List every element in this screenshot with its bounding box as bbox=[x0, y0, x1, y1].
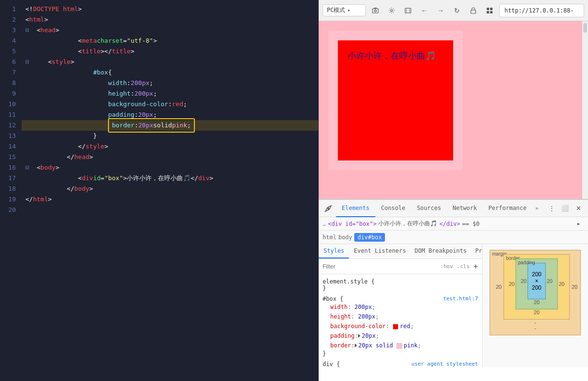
svg-rect-4 bbox=[405, 8, 411, 13]
pseudo-filter[interactable]: :hov bbox=[440, 263, 453, 270]
bm-border-row: 20 padding 20 bbox=[508, 258, 565, 309]
dom-breadcrumb: … <div id="box"> 小许小许，在哼小曲🎵 </div> == $0… bbox=[319, 217, 588, 231]
dom-expand-button[interactable]: ▸ bbox=[573, 218, 584, 230]
style-prop-height: height: 200px; bbox=[323, 312, 478, 321]
screenshot-button[interactable] bbox=[369, 4, 382, 17]
content-size: 200 × 200 bbox=[532, 271, 541, 291]
gear-icon bbox=[388, 7, 395, 14]
tab-elements[interactable]: Elements bbox=[336, 200, 375, 217]
line-num-18: 18 bbox=[0, 184, 16, 194]
element-style-close: } bbox=[323, 285, 478, 292]
code-line-20 bbox=[22, 205, 318, 215]
chevron-down-icon: ▾ bbox=[347, 8, 350, 13]
style-prop-bgcolor: background-color: red; bbox=[323, 321, 478, 331]
margin-right: 20 bbox=[570, 284, 579, 290]
style-prop-padding: padding:20px; bbox=[323, 331, 478, 341]
border-bottom-val: 20 bbox=[508, 309, 565, 315]
devtools-tabs: Elements Console Sources Network Perform… bbox=[336, 200, 541, 217]
tab-event-listeners[interactable]: Event Listeners bbox=[349, 244, 410, 258]
line-num-4: 4 bbox=[0, 36, 16, 46]
scrollbar-right[interactable] bbox=[582, 21, 588, 199]
line-num-6: 6 bbox=[0, 57, 16, 67]
back-icon: ← bbox=[421, 7, 428, 14]
elem-body-tag[interactable]: body bbox=[338, 234, 352, 241]
code-content[interactable]: <!DOCTYPE html> <html> ⊟ <head> <meta ch… bbox=[22, 0, 318, 381]
code-line-15: </head> bbox=[22, 152, 318, 162]
padding-triangle[interactable] bbox=[358, 334, 360, 338]
preview-text: 小许小许，在哼小曲🎵 bbox=[348, 50, 436, 61]
tab-sources[interactable]: Sources bbox=[411, 200, 447, 217]
grid-icon bbox=[486, 7, 493, 14]
padding-label: padding bbox=[518, 260, 535, 265]
refresh-button[interactable]: ↻ bbox=[450, 4, 464, 17]
tab-properties[interactable]: Properties bbox=[470, 244, 482, 258]
close-devtools-button[interactable]: ✕ bbox=[573, 203, 584, 214]
more-options-button[interactable]: ⋮ bbox=[546, 203, 557, 214]
scrollbar-thumb[interactable] bbox=[583, 23, 587, 33]
line-num-13: 13 bbox=[0, 131, 16, 141]
line-num-8: 8 bbox=[0, 78, 16, 88]
minimize-button[interactable]: ⬜ bbox=[559, 203, 571, 214]
border-triangle[interactable] bbox=[355, 344, 357, 347]
svg-rect-2 bbox=[374, 8, 377, 9]
styles-filter-bar: :hov .cls + bbox=[319, 259, 482, 274]
inspect-icon bbox=[324, 205, 332, 212]
screenshot2-button[interactable] bbox=[401, 4, 415, 17]
line-num-19: 19 bbox=[0, 194, 16, 205]
dom-div-close: </div> bbox=[439, 221, 460, 227]
code-area: 1 2 3 4 5 6 7 8 9 10 11 12 13 14 15 16 1… bbox=[0, 0, 318, 381]
add-rule-button[interactable]: + bbox=[473, 262, 478, 271]
line-num-17: 17 bbox=[0, 173, 16, 184]
style-rule-element: element.style { } bbox=[319, 276, 482, 294]
devtools-header: Elements Console Sources Network Perform… bbox=[319, 200, 588, 217]
url-bar[interactable]: http://127.0.0.1:88- bbox=[499, 4, 584, 17]
browser-content: 小许小许，在哼小曲🎵 bbox=[319, 21, 588, 199]
svg-point-3 bbox=[391, 10, 393, 12]
style-tabs: Styles Event Listeners DOM Breakpoints P… bbox=[319, 244, 482, 259]
tab-console[interactable]: Console bbox=[375, 200, 411, 217]
more-tabs[interactable]: » bbox=[532, 205, 541, 211]
div-rule-link[interactable]: user agent stylesheet bbox=[411, 361, 478, 367]
line-num-9: 9 bbox=[0, 88, 16, 99]
browser-toolbar: PC模式 ▾ ← → ↻ http://127.0.0.1:88- bbox=[319, 0, 588, 21]
filter-input[interactable] bbox=[323, 263, 436, 270]
padding-bottom-val: 20 bbox=[520, 299, 553, 305]
screenshot-icon bbox=[372, 7, 379, 14]
mode-select[interactable]: PC模式 ▾ bbox=[323, 4, 366, 16]
tab-dom-breakpoints[interactable]: DOM Breakpoints bbox=[411, 244, 470, 258]
devtools-header-left: Elements Console Sources Network Perform… bbox=[323, 200, 541, 217]
code-line-2: <html> bbox=[22, 14, 318, 25]
bm-margin: margin 20 border 20 bbox=[490, 250, 581, 335]
tab-network[interactable]: Network bbox=[447, 200, 483, 217]
forward-icon: → bbox=[437, 7, 444, 14]
bm-padding-row: 20 200 × 200 20 bbox=[520, 263, 553, 299]
elem-html-tag[interactable]: html bbox=[323, 234, 336, 241]
padding-left-val: 20 bbox=[520, 278, 528, 284]
tab-performance[interactable]: Performance bbox=[483, 200, 532, 217]
lock-button[interactable] bbox=[467, 4, 480, 17]
close-icon: ✕ bbox=[576, 205, 581, 212]
margin-left: 20 bbox=[494, 284, 504, 290]
lock-icon bbox=[470, 7, 476, 14]
styles-panel: Styles Event Listeners DOM Breakpoints P… bbox=[319, 244, 482, 367]
grid-button[interactable] bbox=[483, 4, 496, 17]
devtools-header-right: ⋮ ⬜ ✕ bbox=[546, 203, 584, 214]
inspect-button[interactable] bbox=[323, 203, 334, 214]
margin-top-val: - bbox=[494, 320, 576, 325]
tab-styles[interactable]: Styles bbox=[319, 244, 349, 258]
cls-filter[interactable]: .cls bbox=[457, 263, 470, 270]
elem-div-selected[interactable]: div#box bbox=[354, 233, 385, 242]
bm-content: 200 × 200 bbox=[528, 263, 546, 299]
line-num-14: 14 bbox=[0, 141, 16, 152]
settings-button[interactable] bbox=[385, 4, 398, 17]
forward-button[interactable]: → bbox=[434, 4, 447, 17]
url-text: http://127.0.0.1:88- bbox=[504, 7, 574, 14]
style-rule-div: div { user agent stylesheet bbox=[319, 359, 482, 367]
bm-margin-row: 20 border 20 padding bbox=[494, 254, 576, 320]
box-rule-link[interactable]: test.html:7 bbox=[443, 295, 478, 302]
dom-div-tag: <div id="box"> bbox=[328, 221, 376, 227]
back-button[interactable]: ← bbox=[418, 4, 431, 17]
styles-content: element.style { } #box { test.html:7 wid… bbox=[319, 274, 482, 367]
svg-rect-0 bbox=[372, 9, 378, 13]
style-prop-width: width: 200px; bbox=[323, 302, 478, 312]
